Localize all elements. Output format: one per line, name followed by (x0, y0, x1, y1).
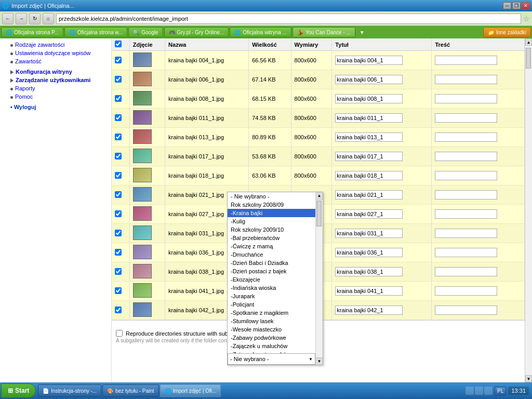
row-checkbox[interactable] (115, 287, 122, 294)
row-title[interactable] (332, 70, 432, 89)
title-input[interactable] (335, 305, 403, 315)
title-input[interactable] (335, 113, 403, 123)
forward-button[interactable]: → (16, 13, 27, 24)
row-check[interactable] (112, 147, 129, 166)
close-button[interactable]: ✕ (522, 2, 530, 9)
row-title[interactable] (332, 224, 432, 243)
dropdown-scroll-thumb[interactable] (316, 201, 322, 227)
dropdown-option[interactable]: - Nie wybrano - (228, 192, 315, 201)
scroll-up-button[interactable]: ▲ (525, 38, 532, 46)
row-checkbox[interactable] (115, 57, 122, 63)
taskbar-item-1[interactable]: 📄 Instrukcja-strony -... (38, 384, 101, 397)
tab-5[interactable]: 🌐 Oficjalna witryna ... (230, 27, 291, 37)
home-button[interactable]: ⌂ (43, 13, 54, 24)
dropdown-scrollbar[interactable]: ▲ ▼ (315, 192, 323, 365)
dropdown-option[interactable]: -Spotkanie z magikiem (228, 309, 315, 317)
row-title[interactable] (332, 301, 432, 320)
row-checkbox[interactable] (115, 95, 122, 102)
title-input[interactable] (335, 190, 403, 200)
title-input[interactable] (335, 75, 403, 84)
title-input[interactable] (335, 229, 403, 238)
scroll-thumb[interactable] (526, 48, 531, 69)
row-content[interactable] (432, 224, 525, 243)
dropdown-scroll-down[interactable]: ▼ (316, 357, 323, 365)
tabs-more-button[interactable]: ▼ (357, 29, 367, 36)
minimize-button[interactable]: ─ (503, 2, 511, 9)
dropdown-option[interactable]: -Zajączek u maluchów (228, 342, 315, 350)
content-input[interactable] (435, 94, 497, 103)
bottom-dropdown[interactable]: - Nie wybrano - ▼ (228, 353, 315, 365)
address-input[interactable] (56, 14, 521, 24)
row-content[interactable] (432, 51, 525, 70)
language-button[interactable]: PL (495, 387, 506, 395)
row-title[interactable] (332, 89, 432, 109)
row-checkbox[interactable] (115, 307, 122, 313)
dropdown-option[interactable]: -Kulig (228, 217, 315, 225)
content-input[interactable] (435, 152, 497, 161)
row-check[interactable] (112, 51, 129, 70)
row-checkbox[interactable] (115, 172, 122, 179)
content-input[interactable] (435, 56, 497, 65)
row-title[interactable] (332, 262, 432, 282)
dropdown-option[interactable]: -Dzień Babci i Dziadka (228, 259, 315, 267)
title-input[interactable] (335, 56, 403, 65)
tab-1[interactable]: 🌐 Oficjalna strona P... (1, 27, 63, 37)
row-content[interactable] (432, 205, 525, 224)
row-content[interactable] (432, 147, 525, 166)
row-content[interactable] (432, 70, 525, 89)
content-input[interactable] (435, 190, 497, 200)
sidebar-item-raporty[interactable]: Raporty (15, 85, 35, 91)
title-input[interactable] (335, 94, 403, 103)
dropdown-option[interactable]: -Jurapark (228, 292, 315, 300)
content-input[interactable] (435, 113, 497, 123)
row-title[interactable] (332, 282, 432, 301)
dropdown-option[interactable]: -Wesołe miasteczko (228, 325, 315, 334)
row-title[interactable] (332, 205, 432, 224)
dropdown-option[interactable]: -Ćwiczę z mamą (228, 242, 315, 250)
row-content[interactable] (432, 166, 525, 185)
directories-checkbox[interactable] (116, 330, 123, 337)
taskbar-item-2[interactable]: 🎨 bez tytułu - Paint (102, 384, 158, 397)
dropdown-option[interactable]: -Indiańska wioska (228, 284, 315, 292)
content-input[interactable] (435, 305, 497, 315)
dropdown-option[interactable]: -Dmuchańce (228, 250, 315, 259)
title-input[interactable] (335, 132, 403, 142)
row-checkbox[interactable] (115, 114, 122, 121)
row-checkbox[interactable] (115, 134, 122, 140)
content-input[interactable] (435, 171, 497, 180)
start-button[interactable]: ⊞ Start (1, 383, 36, 398)
sidebar-item-ustawienia[interactable]: Ustawienia dotyczące wpisów (15, 50, 91, 56)
scroll-down-button[interactable]: ▼ (525, 375, 532, 382)
dropdown-option[interactable]: -Zabawy podwórkowe (228, 334, 315, 342)
taskbar-item-3[interactable]: 🌐 Import zdjęć | Ofi... (160, 384, 221, 397)
row-checkbox[interactable] (115, 210, 122, 217)
dropdown-option[interactable]: Rok szkolny 2008/09 (228, 201, 315, 209)
row-check[interactable] (112, 282, 129, 301)
content-input[interactable] (435, 286, 497, 296)
title-input[interactable] (335, 248, 403, 257)
content-input[interactable] (435, 229, 497, 238)
tab-6[interactable]: 💃 You Can Dance - ... (292, 27, 355, 37)
row-title[interactable] (332, 185, 432, 205)
row-check[interactable] (112, 89, 129, 109)
row-title[interactable] (332, 147, 432, 166)
row-check[interactable] (112, 166, 129, 185)
sidebar-item-zarzadzanie[interactable]: Zarządzanie użytkownikami (16, 77, 90, 83)
row-check[interactable] (112, 262, 129, 282)
row-check[interactable] (112, 301, 129, 320)
sidebar-item-zawartosc[interactable]: Zawartość (15, 58, 42, 64)
content-input[interactable] (435, 267, 497, 276)
sidebar-item-rodzaje[interactable]: Rodzaje zawartości (15, 42, 64, 48)
title-input[interactable] (335, 171, 403, 180)
row-check[interactable] (112, 128, 129, 147)
title-input[interactable] (335, 152, 403, 161)
row-check[interactable] (112, 185, 129, 205)
sidebar-item-wyloguj[interactable]: • Wyloguj (10, 104, 36, 110)
content-input[interactable] (435, 248, 497, 257)
bookmark-star[interactable]: ☆ (523, 15, 530, 23)
scroll-track[interactable] (525, 46, 532, 375)
dropdown-option[interactable]: -Dzień postaci z bajek (228, 267, 315, 275)
content-input[interactable] (435, 75, 497, 84)
row-content[interactable] (432, 128, 525, 147)
row-content[interactable] (432, 89, 525, 109)
